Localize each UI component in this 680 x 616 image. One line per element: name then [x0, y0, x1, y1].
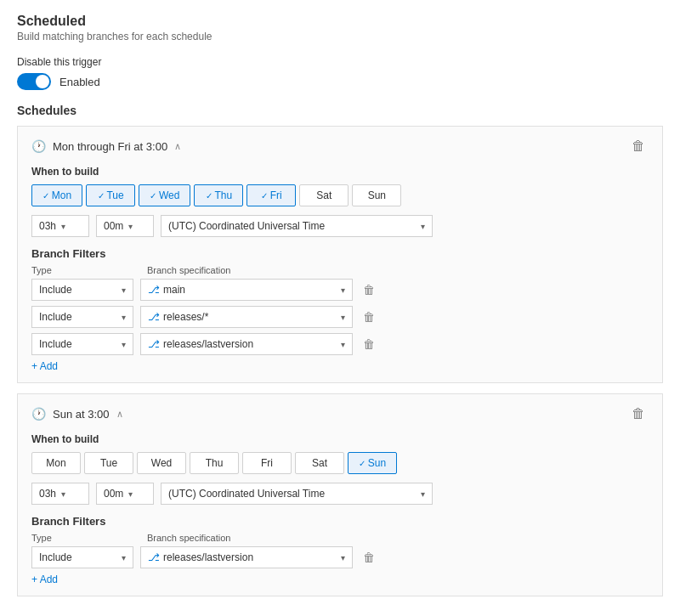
hour-select-1[interactable]: 03h ▾ [31, 215, 89, 237]
add-filter-2-label: + Add [31, 574, 58, 585]
minute-select-2[interactable]: 00m ▾ [96, 483, 154, 505]
day-sun-2[interactable]: Sun [348, 452, 397, 474]
type-arrow-1-2: ▾ [122, 340, 126, 349]
spec-col-label-2: Branch specification [147, 533, 230, 543]
branch-filters-label-1: Branch Filters [31, 247, 649, 260]
filter-type-select-1-2[interactable]: Include ▾ [31, 333, 133, 355]
col-labels-2: Type Branch specification [31, 533, 649, 543]
schedule-2-header: 🕐 Sun at 3:00 ∧ 🗑 [31, 404, 649, 423]
type-col-label-1: Type [31, 265, 133, 275]
day-mon-2[interactable]: Mon [31, 452, 81, 474]
delete-filter-1-2[interactable]: 🗑 [360, 336, 378, 353]
branch-filters-label-2: Branch Filters [31, 515, 649, 528]
chevron-up-icon-1[interactable]: ∧ [174, 141, 181, 152]
branch-icon-2-0: ⎇ [148, 551, 160, 563]
filter-row-1-0: Include ▾ ⎇ main ▾ 🗑 [31, 279, 649, 301]
timezone-select-2[interactable]: (UTC) Coordinated Universal Time ▾ [161, 483, 433, 505]
add-filter-2-button[interactable]: + Add [31, 574, 58, 585]
filter-spec-select-2-0[interactable]: ⎇ releases/lastversion ▾ [140, 546, 353, 568]
page-subtitle: Build matching branches for each schedul… [17, 31, 663, 42]
when-to-build-label-2: When to build [31, 433, 649, 445]
day-fri-1[interactable]: Fri [246, 184, 296, 206]
spec-arrow-1-2: ▾ [341, 340, 345, 349]
schedules-section: Schedules 🕐 Mon through Fri at 3:00 ∧ 🗑 … [17, 104, 663, 596]
hour-arrow-2: ▾ [61, 489, 65, 499]
add-filter-1-button[interactable]: + Add [31, 360, 58, 372]
delete-filter-1-0[interactable]: 🗑 [360, 281, 378, 298]
branch-icon-1-2: ⎇ [148, 338, 160, 350]
schedule-2-title: Sun at 3:00 [53, 408, 110, 421]
filter-row-1-1: Include ▾ ⎇ releases/* ▾ 🗑 [31, 306, 649, 328]
minute-select-1[interactable]: 00m ▾ [96, 215, 154, 237]
days-row-1: Mon Tue Wed Thu Fri Sat Sun [31, 184, 649, 206]
trigger-toggle[interactable] [17, 73, 51, 90]
time-row-2: 03h ▾ 00m ▾ (UTC) Coordinated Universal … [31, 483, 649, 505]
branch-filters-2: Branch Filters Type Branch specification… [31, 515, 649, 585]
filter-row-2-0: Include ▾ ⎇ releases/lastversion ▾ 🗑 [31, 546, 649, 568]
chevron-up-icon-2[interactable]: ∧ [116, 409, 123, 420]
minute-arrow-2: ▾ [128, 489, 133, 499]
trigger-label: Disable this trigger [17, 56, 663, 68]
clock-icon-1: 🕐 [31, 139, 46, 153]
toggle-status-text: Enabled [60, 76, 100, 88]
delete-schedule-1-button[interactable]: 🗑 [628, 137, 649, 155]
day-wed-1[interactable]: Wed [139, 184, 190, 206]
day-thu-2[interactable]: Thu [190, 452, 239, 474]
schedule-1-header: 🕐 Mon through Fri at 3:00 ∧ 🗑 [31, 137, 649, 155]
page-container: Scheduled Build matching branches for ea… [0, 0, 680, 616]
day-thu-1[interactable]: Thu [194, 184, 243, 206]
page-header: Scheduled Build matching branches for ea… [17, 14, 663, 42]
filter-spec-select-1-0[interactable]: ⎇ main ▾ [140, 279, 353, 301]
days-row-2: Mon Tue Wed Thu Fri Sat Sun [31, 452, 649, 474]
timezone-select-1[interactable]: (UTC) Coordinated Universal Time ▾ [161, 215, 433, 237]
when-to-build-label-1: When to build [31, 166, 649, 178]
day-sat-1[interactable]: Sat [299, 184, 348, 206]
filter-row-1-2: Include ▾ ⎇ releases/lastversion ▾ 🗑 [31, 333, 649, 355]
day-sat-2[interactable]: Sat [295, 452, 344, 474]
delete-schedule-2-button[interactable]: 🗑 [628, 404, 649, 423]
time-row-1: 03h ▾ 00m ▾ (UTC) Coordinated Universal … [31, 215, 649, 237]
trigger-section: Disable this trigger Enabled [17, 56, 663, 90]
branch-icon-1-0: ⎇ [148, 284, 160, 296]
day-tue-1[interactable]: Tue [86, 184, 135, 206]
schedule-block-1: 🕐 Mon through Fri at 3:00 ∧ 🗑 When to bu… [17, 126, 663, 383]
type-arrow-2-0: ▾ [122, 553, 126, 562]
schedule-1-title: Mon through Fri at 3:00 [53, 140, 167, 153]
branch-filters-1: Branch Filters Type Branch specification… [31, 247, 649, 372]
schedules-label: Schedules [17, 104, 663, 117]
delete-filter-1-1[interactable]: 🗑 [360, 308, 378, 325]
page-title: Scheduled [17, 14, 663, 29]
toggle-row: Enabled [17, 73, 663, 90]
day-mon-1[interactable]: Mon [31, 184, 82, 206]
filter-spec-select-1-2[interactable]: ⎇ releases/lastversion ▾ [140, 333, 353, 355]
type-col-label-2: Type [31, 533, 133, 543]
type-arrow-1-0: ▾ [122, 285, 126, 295]
delete-filter-2-0[interactable]: 🗑 [360, 549, 378, 566]
day-tue-2[interactable]: Tue [84, 452, 133, 474]
filter-type-select-1-0[interactable]: Include ▾ [31, 279, 133, 301]
schedule-block-2: 🕐 Sun at 3:00 ∧ 🗑 When to build Mon Tue … [17, 393, 663, 596]
spec-col-label-1: Branch specification [147, 265, 230, 275]
col-labels-1: Type Branch specification [31, 265, 649, 275]
clock-icon-2: 🕐 [31, 407, 46, 421]
add-filter-1-label: + Add [31, 360, 58, 372]
timezone-arrow-1: ▾ [421, 222, 425, 231]
filter-type-select-2-0[interactable]: Include ▾ [31, 546, 133, 568]
hour-select-2[interactable]: 03h ▾ [31, 483, 89, 505]
filter-spec-select-1-1[interactable]: ⎇ releases/* ▾ [140, 306, 353, 328]
filter-type-select-1-1[interactable]: Include ▾ [31, 306, 133, 328]
type-arrow-1-1: ▾ [122, 313, 126, 322]
day-sun-1[interactable]: Sun [352, 184, 401, 206]
day-fri-2[interactable]: Fri [242, 452, 292, 474]
spec-arrow-1-1: ▾ [341, 313, 345, 322]
spec-arrow-1-0: ▾ [341, 285, 345, 295]
timezone-arrow-2: ▾ [421, 489, 425, 499]
spec-arrow-2-0: ▾ [341, 553, 345, 562]
minute-arrow-1: ▾ [128, 222, 133, 231]
hour-arrow-1: ▾ [61, 222, 65, 231]
branch-icon-1-1: ⎇ [148, 311, 160, 323]
day-wed-2[interactable]: Wed [137, 452, 186, 474]
